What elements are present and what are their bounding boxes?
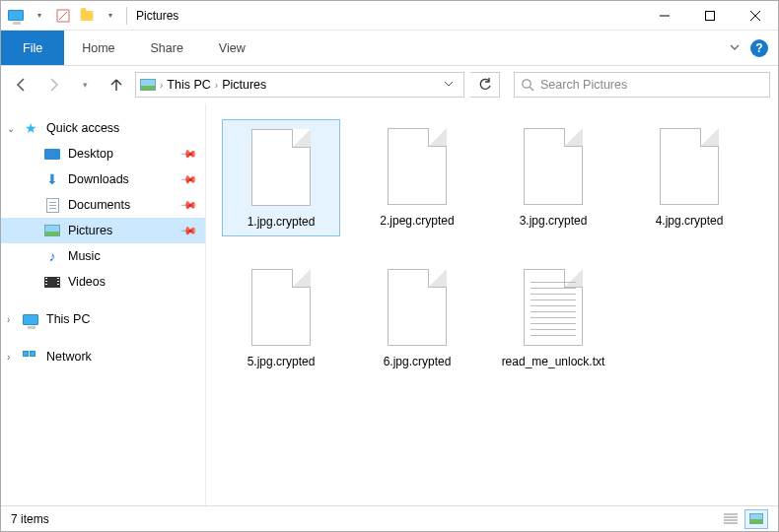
- quick-access-toolbar: ▾ ▾: [1, 5, 130, 27]
- file-item[interactable]: 2.jpeg.crypted: [358, 119, 476, 236]
- sidebar-this-pc[interactable]: › This PC: [1, 306, 205, 332]
- nav-forward-button[interactable]: [40, 72, 66, 98]
- qat-dropdown-2-icon[interactable]: ▾: [100, 5, 121, 27]
- sidebar-item-label: Desktop: [68, 147, 113, 161]
- search-icon: [521, 78, 534, 92]
- breadcrumb-sep-1[interactable]: ›: [215, 80, 218, 91]
- file-name: 5.jpg.crypted: [248, 355, 316, 369]
- ribbon: File Home Share View ?: [1, 31, 778, 66]
- status-bar: 7 items: [1, 505, 778, 531]
- pin-icon: 📌: [178, 221, 197, 239]
- qat-separator: [126, 7, 127, 25]
- blank-file-icon: [383, 266, 452, 349]
- tab-share[interactable]: Share: [133, 31, 201, 65]
- window-controls: [642, 1, 778, 31]
- sidebar-item-music[interactable]: ♪Music: [1, 243, 205, 269]
- blank-file-icon: [655, 125, 724, 208]
- navigation-pane: ⌄ ★ Quick access Desktop📌⬇Downloads📌Docu…: [1, 103, 206, 505]
- file-name: 1.jpg.crypted: [248, 215, 316, 230]
- pin-icon: 📌: [178, 195, 197, 214]
- star-icon: ★: [23, 120, 38, 136]
- nav-recent-dropdown-icon[interactable]: ▾: [72, 72, 98, 98]
- titlebar: ▾ ▾ Pictures: [1, 1, 778, 31]
- search-placeholder: Search Pictures: [540, 78, 627, 92]
- file-name: 6.jpg.crypted: [384, 355, 452, 369]
- ribbon-collapse-icon[interactable]: [729, 39, 741, 57]
- file-tab[interactable]: File: [1, 31, 64, 65]
- sidebar-item-label: Videos: [68, 275, 106, 289]
- caret-icon[interactable]: ›: [7, 314, 10, 325]
- downloads-icon: ⬇: [44, 171, 60, 187]
- qat-dropdown-1-icon[interactable]: ▾: [29, 5, 50, 27]
- file-item[interactable]: 5.jpg.crypted: [222, 260, 340, 375]
- sidebar-quick-access[interactable]: ⌄ ★ Quick access: [1, 115, 205, 141]
- minimize-button[interactable]: [642, 1, 687, 31]
- body: ⌄ ★ Quick access Desktop📌⬇Downloads📌Docu…: [1, 103, 778, 505]
- help-button[interactable]: ?: [750, 39, 768, 57]
- file-name: read_me_unlock.txt: [502, 355, 605, 369]
- sidebar-network[interactable]: › Network: [1, 344, 205, 369]
- file-name: 2.jpeg.crypted: [380, 214, 454, 229]
- address-bar[interactable]: › This PC › Pictures: [135, 72, 464, 98]
- file-item[interactable]: 3.jpg.crypted: [494, 119, 612, 236]
- address-icon: [140, 77, 156, 93]
- tab-home[interactable]: Home: [64, 31, 132, 65]
- nav-back-button[interactable]: [9, 72, 35, 98]
- documents-icon: [44, 197, 60, 213]
- music-icon: ♪: [44, 248, 60, 264]
- view-details-button[interactable]: [719, 509, 743, 529]
- pictures-icon: [44, 223, 60, 238]
- file-name: 4.jpg.crypted: [656, 214, 724, 229]
- text-file-icon: [519, 266, 588, 349]
- sidebar-item-downloads[interactable]: ⬇Downloads📌: [1, 166, 205, 192]
- tab-view[interactable]: View: [201, 31, 263, 65]
- close-button[interactable]: [733, 1, 778, 31]
- file-name: 3.jpg.crypted: [520, 214, 588, 229]
- blank-file-icon: [247, 126, 316, 209]
- blank-file-icon: [247, 266, 316, 349]
- file-item[interactable]: 4.jpg.crypted: [630, 119, 748, 236]
- breadcrumb-this-pc[interactable]: This PC: [167, 78, 210, 92]
- sidebar-item-label: Documents: [68, 198, 130, 212]
- breadcrumb-pictures[interactable]: Pictures: [222, 78, 266, 92]
- blank-file-icon: [383, 125, 452, 208]
- view-large-icons-button[interactable]: [744, 509, 768, 529]
- caret-icon[interactable]: ⌄: [7, 123, 15, 134]
- app-icon: [5, 5, 27, 27]
- nav-row: ▾ › This PC › Pictures Search Pictures: [1, 66, 778, 103]
- refresh-button[interactable]: [470, 72, 500, 98]
- blank-file-icon: [519, 125, 588, 208]
- window-title: Pictures: [136, 9, 178, 23]
- qat-newfolder-icon[interactable]: [76, 5, 98, 27]
- sidebar-item-label: Pictures: [68, 224, 112, 237]
- svg-rect-2: [706, 11, 715, 20]
- videos-icon: [44, 274, 60, 290]
- address-dropdown-icon[interactable]: [438, 78, 460, 92]
- sidebar-item-desktop[interactable]: Desktop📌: [1, 141, 205, 166]
- item-count: 7 items: [11, 512, 49, 526]
- caret-icon[interactable]: ›: [7, 352, 10, 363]
- search-box[interactable]: Search Pictures: [514, 72, 770, 98]
- pin-icon: 📌: [178, 144, 197, 163]
- maximize-button[interactable]: [687, 1, 733, 31]
- network-icon: [23, 349, 38, 365]
- sidebar-item-label: Downloads: [68, 172, 129, 186]
- sidebar-item-videos[interactable]: Videos: [1, 269, 205, 295]
- file-item[interactable]: 6.jpg.crypted: [358, 260, 476, 375]
- sidebar-item-documents[interactable]: Documents📌: [1, 192, 205, 218]
- file-list[interactable]: 1.jpg.crypted2.jpeg.crypted3.jpg.crypted…: [206, 103, 778, 505]
- breadcrumb-sep-0[interactable]: ›: [160, 80, 163, 91]
- svg-point-5: [523, 80, 531, 88]
- file-item[interactable]: 1.jpg.crypted: [222, 119, 340, 236]
- sidebar-item-pictures[interactable]: Pictures📌: [1, 218, 205, 243]
- svg-line-6: [530, 87, 533, 91]
- desktop-icon: [44, 146, 60, 162]
- nav-up-button[interactable]: [104, 72, 129, 98]
- qat-properties-icon[interactable]: [52, 5, 74, 27]
- monitor-icon: [23, 311, 38, 327]
- sidebar-item-label: Music: [68, 249, 101, 263]
- pin-icon: 📌: [178, 169, 197, 188]
- file-item[interactable]: read_me_unlock.txt: [494, 260, 612, 375]
